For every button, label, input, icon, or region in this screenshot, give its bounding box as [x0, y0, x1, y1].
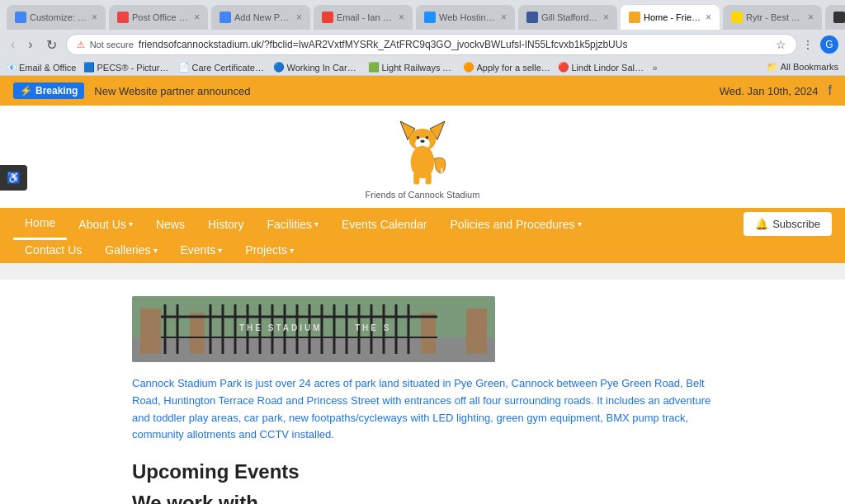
extensions-button[interactable]: ⋮	[802, 38, 814, 51]
hero-image: THE STADIUM THE S	[132, 296, 495, 362]
site-header: Friends of Cannock Stadium	[0, 106, 845, 208]
events-dropdown-icon: ▾	[218, 246, 222, 255]
svg-point-5	[426, 136, 429, 139]
site-logo[interactable]: Friends of Cannock Stadium	[366, 114, 480, 200]
all-bookmarks-button[interactable]: 📁 All Bookmarks	[767, 62, 838, 73]
tab-favicon-8	[833, 12, 845, 23]
lightning-icon: ⚡	[20, 85, 32, 97]
bookmark-favicon-6: 🔴	[558, 62, 569, 73]
nav2-item-projects[interactable]: Projects ▾	[234, 240, 305, 260]
address-bar[interactable]: ⚠ Not secure friendsofcannockstadium.uk/…	[66, 34, 797, 55]
policies-dropdown-icon: ▾	[578, 219, 582, 228]
nav-item-facilities[interactable]: Facilities ▾	[256, 210, 330, 239]
nav2-item-contact[interactable]: Contact Us	[13, 240, 93, 260]
tab-favicon-6	[629, 12, 640, 23]
profile-button[interactable]: G	[820, 35, 838, 54]
svg-text:THE STADIUM: THE STADIUM	[239, 323, 323, 332]
bell-icon: 🔔	[755, 218, 768, 230]
nav-label-history: History	[208, 218, 244, 231]
bookmark-item-5[interactable]: 🟠 Apply for a seller ac...	[463, 62, 551, 73]
breaking-news-bar: ⚡ Breaking New Website partner announced…	[0, 76, 845, 106]
work-with-title: We work with	[132, 492, 713, 504]
nav-label-home: Home	[25, 216, 55, 229]
bookmark-label-6: Lindt Lindor Salted...	[572, 63, 646, 73]
main-content: THE STADIUM THE S Cannock Stadium Park i…	[0, 280, 845, 504]
bookmark-favicon-2: 📄	[178, 62, 190, 73]
galleries-dropdown-icon: ▾	[153, 246, 158, 255]
bookmark-favicon-1: 🟦	[83, 62, 95, 73]
not-secure-label: Not secure	[90, 40, 134, 49]
bookmark-favicon-0: 📧	[7, 63, 17, 72]
tab-label-2: Add New Page -...	[234, 12, 293, 22]
accessibility-button[interactable]: ♿	[0, 165, 27, 191]
nav-item-about[interactable]: About Us ▾	[67, 210, 144, 239]
reload-button[interactable]: ↻	[42, 35, 61, 54]
nav-label-about: About Us	[78, 218, 126, 231]
svg-rect-14	[190, 313, 205, 354]
hero-image-wrapper: THE STADIUM THE S	[132, 296, 495, 362]
bookmark-item-6[interactable]: 🔴 Lindt Lindor Salted...	[558, 62, 646, 73]
tab-close-1[interactable]: ×	[194, 12, 200, 23]
browser-tab-4[interactable]: Web Hosting, D... ×	[416, 5, 515, 30]
bookmark-star-icon[interactable]: ☆	[776, 38, 786, 51]
bookmark-label-3: Working In Care Co...	[287, 63, 361, 73]
tab-close-2[interactable]: ×	[296, 12, 302, 23]
bookmark-label-4: Light Railways Act 1...	[382, 63, 456, 73]
nav-left: Home About Us ▾ News History Facilities …	[13, 208, 593, 240]
browser-tab-3[interactable]: Email - Ian War... ×	[314, 5, 413, 30]
forward-button[interactable]: ›	[24, 35, 36, 54]
tab-label-0: Customize: Perr...	[30, 12, 88, 22]
nav-item-home[interactable]: Home	[13, 208, 67, 240]
svg-point-4	[417, 136, 420, 139]
tab-close-6[interactable]: ×	[706, 12, 711, 23]
nav2-item-galleries[interactable]: Galleries ▾	[93, 240, 168, 260]
breaking-date: Wed. Jan 10th, 2024	[720, 85, 819, 97]
nav-item-events-calendar[interactable]: Events Calendar	[330, 210, 439, 239]
logo-text: Friends of Cannock Stadium	[366, 190, 480, 200]
nav2-item-events[interactable]: Events ▾	[169, 240, 234, 260]
bookmark-label-5: Apply for a seller ac...	[477, 63, 551, 73]
tab-favicon-3	[322, 12, 333, 23]
browser-tab-7[interactable]: Rytr - Best AI Wr... ×	[723, 5, 822, 30]
bookmark-item-2[interactable]: 📄 Care Certificate | Hi...	[178, 62, 267, 73]
facebook-icon[interactable]: f	[828, 83, 832, 98]
browser-tab-8[interactable]: AADP Board Ap... ×	[825, 5, 845, 30]
bookmark-favicon-5: 🟠	[463, 62, 474, 73]
tab-close-5[interactable]: ×	[603, 12, 609, 23]
nav2-label-projects: Projects	[245, 243, 287, 257]
browser-tab-6[interactable]: Home - Friends... ×	[621, 5, 720, 30]
bookmark-label-0: Email & Office	[19, 63, 77, 73]
logo-svg	[373, 114, 472, 188]
subscribe-button[interactable]: 🔔 Subscribe	[744, 212, 832, 236]
tab-close-7[interactable]: ×	[808, 12, 814, 23]
tab-label-3: Email - Ian War...	[337, 12, 395, 22]
breaking-label: Breaking	[35, 85, 78, 97]
nav-item-news[interactable]: News	[144, 210, 196, 239]
nav-item-policies[interactable]: Policies and Procedures ▾	[439, 210, 593, 239]
bookmark-favicon-4: 🟩	[368, 62, 380, 73]
tab-label-5: Gill Stafford | Fu...	[541, 12, 600, 22]
nav2-label-events: Events	[181, 243, 216, 257]
browser-tab-2[interactable]: Add New Page -... ×	[211, 5, 310, 30]
browser-tab-1[interactable]: Post Office sca... ×	[109, 5, 208, 30]
security-icon: ⚠	[77, 40, 85, 50]
bookmark-item-0[interactable]: 📧 Email & Office	[7, 63, 77, 73]
nav-item-history[interactable]: History	[196, 210, 256, 239]
bookmark-item-4[interactable]: 🟩 Light Railways Act 1...	[368, 62, 456, 73]
tab-close-3[interactable]: ×	[399, 12, 404, 23]
bookmark-favicon-3: 🔵	[273, 62, 285, 73]
tab-favicon-4	[424, 12, 436, 23]
bookmarks-more-button[interactable]: »	[653, 63, 658, 73]
back-button[interactable]: ‹	[7, 35, 19, 54]
tab-label-1: Post Office sca...	[132, 12, 191, 22]
tab-favicon-7	[731, 12, 743, 23]
nav-label-policies: Policies and Procedures	[451, 218, 575, 231]
nav-label-events-calendar: Events Calendar	[342, 218, 427, 231]
tab-close-4[interactable]: ×	[501, 12, 507, 23]
browser-tab-5[interactable]: Gill Stafford | Fu... ×	[518, 5, 617, 30]
bookmark-item-1[interactable]: 🟦 PECS® - Picture Exc...	[83, 62, 172, 73]
browser-tab-0[interactable]: Customize: Perr... ×	[7, 5, 106, 30]
bookmark-item-3[interactable]: 🔵 Working In Care Co...	[273, 62, 361, 73]
tab-favicon-5	[526, 12, 538, 23]
tab-close-0[interactable]: ×	[92, 12, 97, 23]
